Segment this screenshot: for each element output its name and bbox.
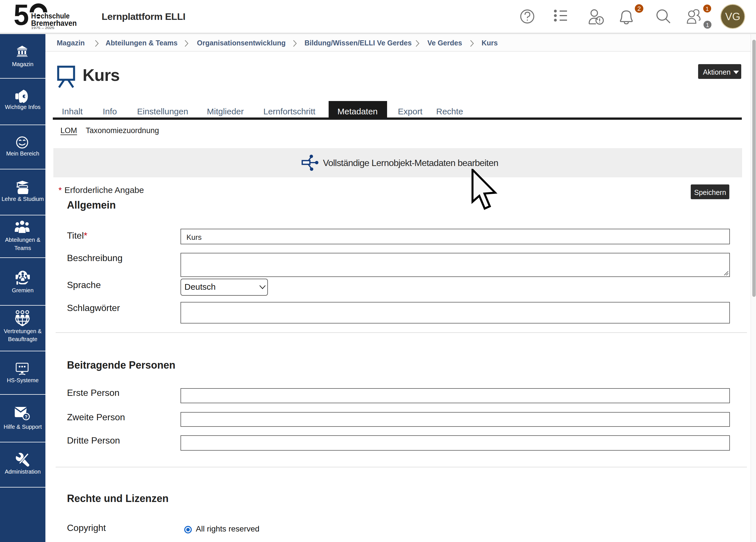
svg-text:VG: VG [725,11,740,22]
svg-text:1: 1 [705,6,709,12]
svg-text:2: 2 [637,5,641,12]
svg-text:1: 1 [706,22,709,28]
svg-text:?: ? [25,415,28,419]
svg-text:5: 5 [14,0,29,31]
svg-text:1975 – 2025: 1975 – 2025 [31,26,54,30]
